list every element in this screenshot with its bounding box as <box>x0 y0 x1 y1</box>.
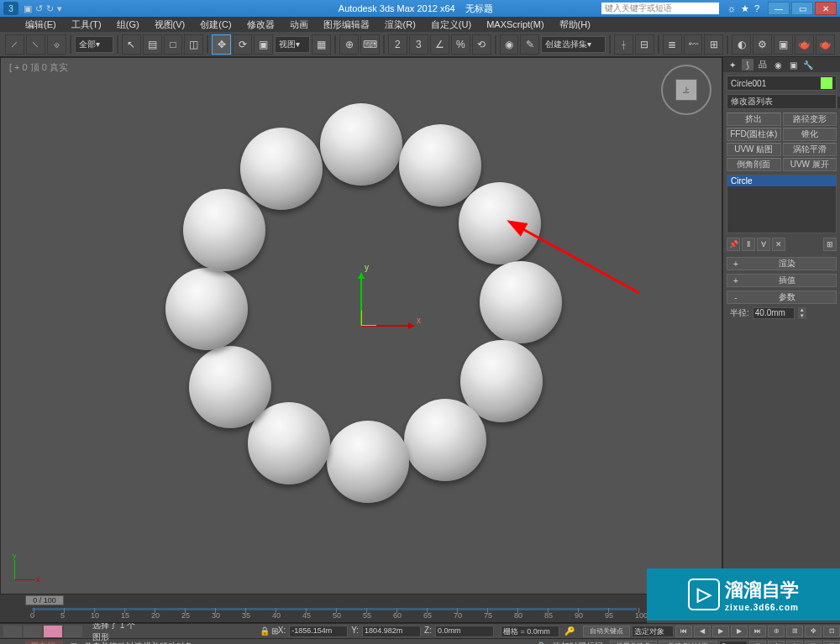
rotate-icon[interactable]: ⟳ <box>233 34 252 55</box>
mod-btn-taper[interactable]: 锥化 <box>783 128 837 141</box>
snap-angle-icon[interactable]: ∠ <box>430 34 449 55</box>
mod-btn-extrude[interactable]: 挤出 <box>727 113 781 126</box>
mirror-icon[interactable]: ⟊ <box>614 34 633 55</box>
help-icon[interactable]: ? <box>754 3 759 14</box>
scale-icon[interactable]: ▣ <box>254 34 273 55</box>
menu-customize[interactable]: 自定义(U) <box>431 18 471 31</box>
select-icon[interactable]: ↖ <box>122 34 141 55</box>
object-name-field[interactable]: Circle001 <box>727 76 837 91</box>
setkey-button[interactable]: 设置关键点 <box>610 641 657 645</box>
rollout-interp[interactable]: +插值 <box>727 274 837 287</box>
timeline-ruler[interactable]: 0510152025303540455055606570758085909510… <box>0 608 647 623</box>
configure-icon[interactable]: ⊞ <box>823 238 837 251</box>
menu-modifiers[interactable]: 修改器 <box>247 18 275 31</box>
nav-icon[interactable]: ⊡ <box>823 626 840 637</box>
display-tab-icon[interactable]: ▣ <box>787 59 799 71</box>
refsys-dropdown[interactable]: 视图 ▾ <box>275 36 310 53</box>
snap-3d-icon[interactable]: 3 <box>409 34 428 55</box>
snap-percent-icon[interactable]: % <box>451 34 470 55</box>
curve-editor-icon[interactable]: ⬳ <box>684 34 703 55</box>
nav-icon[interactable]: ✥ <box>805 626 822 637</box>
schematic-icon[interactable]: ⊞ <box>704 34 723 55</box>
lock-icon[interactable]: 🔒 <box>260 626 270 636</box>
spinner-down-icon[interactable]: ▼ <box>798 313 806 319</box>
minimize-button[interactable]: — <box>768 2 790 15</box>
time-tag-button[interactable]: 添加时间标记 <box>546 641 610 645</box>
radius-spinner[interactable]: 40.0mm <box>753 307 795 319</box>
autokey-button[interactable]: 自动关键点 <box>583 626 630 637</box>
prev-frame-icon[interactable]: ◀ <box>694 626 711 637</box>
move-icon[interactable]: ✥ <box>212 34 231 55</box>
prev-key-icon[interactable]: ⏮ <box>675 626 692 637</box>
status-icon[interactable] <box>24 626 42 637</box>
coord-z-field[interactable]: 0.0mm <box>435 626 494 637</box>
material-editor-icon[interactable]: ◐ <box>732 34 751 55</box>
maximize-button[interactable]: ▭ <box>791 2 813 15</box>
coord-y-field[interactable]: 1804.982m <box>362 626 421 637</box>
time-config-icon[interactable]: ⊞ <box>749 641 766 645</box>
sphere-object[interactable] <box>480 261 562 343</box>
modifier-list-dropdown[interactable]: 修改器列表 <box>727 94 837 109</box>
utilities-tab-icon[interactable]: 🔧 <box>802 59 814 71</box>
create-tab-icon[interactable]: ✦ <box>727 59 738 71</box>
object-color-swatch[interactable] <box>821 77 832 89</box>
star-icon[interactable]: ★ <box>741 3 749 14</box>
mod-btn-turbosmooth[interactable]: 涡轮平滑 <box>783 143 837 156</box>
menu-views[interactable]: 视图(V) <box>155 18 186 31</box>
menu-group[interactable]: 组(G) <box>117 18 139 31</box>
snap-2d-icon[interactable]: 2 <box>388 34 407 55</box>
menu-edit[interactable]: 编辑(E) <box>25 18 56 31</box>
status-icon[interactable] <box>44 626 62 637</box>
select-name-icon[interactable]: ▤ <box>143 34 162 55</box>
keyfilter-button[interactable]: 关键点过滤器 <box>659 641 717 645</box>
mod-btn-ffd[interactable]: FFD(圆柱体) <box>727 128 781 141</box>
coord-x-field[interactable]: -1856.154m <box>289 626 348 637</box>
spinner-snap-icon[interactable]: ⟲ <box>472 34 491 55</box>
play-icon[interactable]: ▶ <box>712 626 729 637</box>
sphere-object[interactable] <box>399 124 481 207</box>
menu-maxscript[interactable]: MAXScript(M) <box>486 19 543 29</box>
menu-rendering[interactable]: 渲染(R) <box>385 18 416 31</box>
sphere-object[interactable] <box>189 346 271 428</box>
unique-icon[interactable]: ∀ <box>757 238 770 251</box>
center-icon[interactable]: ▦ <box>312 34 331 55</box>
nav-icon[interactable]: ⊕ <box>768 626 785 637</box>
keyboard-icon[interactable]: ⌨ <box>360 34 380 55</box>
menu-animation[interactable]: 动画 <box>290 18 308 31</box>
viewport-label[interactable]: [ + 0 顶 0 真实 <box>9 61 68 74</box>
nav-icon[interactable]: ⊡ <box>823 641 840 645</box>
key-icon[interactable]: 🔑 <box>564 626 575 636</box>
spinner-up-icon[interactable]: ▲ <box>798 307 806 313</box>
sphere-object[interactable] <box>459 182 541 264</box>
mod-btn-pathdeform[interactable]: 路径变形 <box>783 113 837 126</box>
render-setup-icon[interactable]: ⚙ <box>753 34 772 55</box>
layers-icon[interactable]: ≣ <box>663 34 682 55</box>
nav-icon[interactable]: ⟳ <box>786 641 803 645</box>
keyset-dropdown[interactable]: 选定对象 <box>632 626 674 637</box>
coord-mode-icon[interactable]: ⊞ <box>271 626 278 636</box>
status-icon[interactable] <box>64 626 82 637</box>
menu-graph[interactable]: 图形编辑器 <box>323 18 370 31</box>
next-key-icon[interactable]: ⏭ <box>749 626 766 637</box>
help-icon[interactable]: ☼ <box>727 3 736 14</box>
status-icon[interactable] <box>3 626 22 637</box>
nav-icon[interactable]: ✥ <box>768 641 785 645</box>
sphere-object[interactable] <box>404 399 486 481</box>
viewcube[interactable]: 上 <box>661 65 711 115</box>
pin-stack-icon[interactable]: 📌 <box>727 238 740 251</box>
menu-tools[interactable]: 工具(T) <box>71 18 102 31</box>
manip-icon[interactable]: ⊕ <box>339 34 359 55</box>
mod-btn-uvwmap[interactable]: UVW 贴图 <box>727 143 781 156</box>
named-set-dropdown[interactable]: 创建选择集 ▾ <box>541 36 606 53</box>
motion-tab-icon[interactable]: ◉ <box>772 59 784 71</box>
sphere-object[interactable] <box>240 128 323 210</box>
render-prod-icon[interactable]: 🫖 <box>816 34 835 55</box>
remove-mod-icon[interactable]: ✕ <box>772 238 785 251</box>
select-region-icon[interactable]: □ <box>164 34 183 55</box>
qat-icon[interactable]: ▣ <box>24 3 32 14</box>
bind-icon[interactable]: ⟐ <box>47 34 66 55</box>
window-crossing-icon[interactable]: ◫ <box>184 34 203 55</box>
qat-icon[interactable]: ↻ <box>46 3 54 14</box>
stack-item-circle[interactable]: Circle <box>727 175 836 186</box>
menu-help[interactable]: 帮助(H) <box>559 18 591 31</box>
